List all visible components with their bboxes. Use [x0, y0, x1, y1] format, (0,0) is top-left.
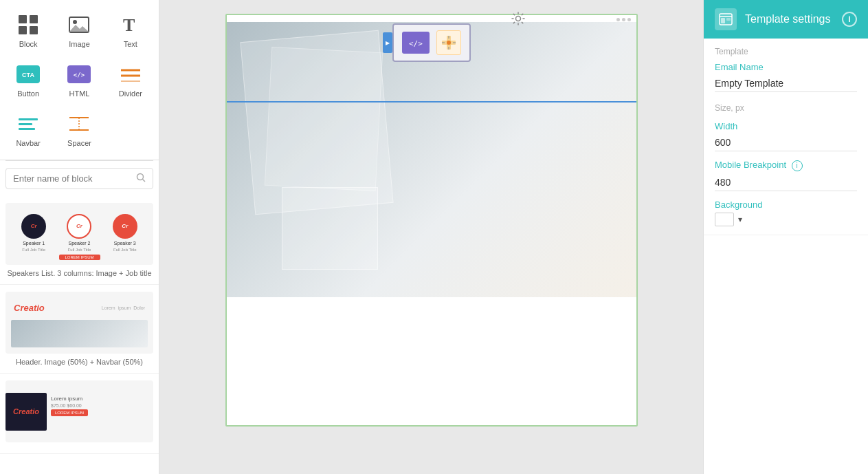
panel-title: Template settings	[745, 13, 834, 25]
navbar-label: Navbar	[16, 139, 40, 147]
speakers-preview: Cr Speaker 1 Full Job Title Cr Speaker 2…	[5, 203, 153, 265]
image-label: Image	[69, 40, 90, 48]
template-section-label: Template	[715, 47, 857, 56]
text-component[interactable]: T Text	[105, 6, 156, 55]
svg-rect-15	[19, 123, 32, 125]
block-label: Block	[19, 40, 38, 48]
svg-rect-14	[19, 118, 38, 120]
canvas-content	[227, 22, 636, 297]
html-icon: </>	[67, 62, 91, 87]
search-icon	[136, 173, 146, 184]
size-section-label: Size, px	[715, 103, 857, 113]
spacer-component[interactable]: Spacer	[54, 105, 104, 154]
text-icon: T	[118, 12, 143, 37]
svg-line-21	[143, 180, 146, 182]
svg-rect-0	[19, 15, 27, 23]
svg-text:</>: </>	[74, 72, 85, 78]
text-label: Text	[124, 40, 137, 48]
email-name-input[interactable]	[715, 75, 857, 92]
image-component[interactable]: Image	[54, 6, 104, 55]
inner-box	[282, 187, 378, 270]
email-name-label: Email Name	[715, 62, 857, 72]
mobile-breakpoint-input[interactable]	[715, 174, 857, 191]
svg-rect-16	[19, 128, 35, 130]
spacer-icon	[67, 111, 91, 136]
width-input[interactable]	[715, 134, 857, 151]
header-preview: Creatio Lorem ipsum Dolor	[5, 292, 153, 354]
svg-rect-1	[30, 15, 38, 23]
background-label: Background	[715, 200, 857, 210]
block-list: Cr Speaker 1 Full Job Title Cr Speaker 2…	[0, 196, 159, 474]
right-panel: Template settings i Template Email Name …	[703, 0, 868, 474]
template-section: Template Email Name Size, px Width Mobil…	[704, 39, 868, 235]
sidebar-divider	[5, 160, 153, 161]
left-sidebar: Block Image T Text	[0, 0, 159, 474]
image-icon	[67, 12, 91, 37]
width-label: Width	[715, 121, 857, 131]
template-settings-icon	[719, 13, 733, 25]
html-block-icon: </>	[402, 32, 430, 54]
main-canvas: </>	[159, 0, 703, 474]
list-item[interactable]: Creatio Lorem ipsum $75.00 $60.00 LOREM …	[0, 374, 159, 454]
svg-point-26	[447, 41, 451, 45]
html-component[interactable]: </> HTML	[54, 55, 104, 105]
color-swatch[interactable]	[715, 213, 734, 226]
button-icon: CTA	[16, 62, 41, 87]
panel-header: Template settings i	[704, 0, 868, 39]
move-icon[interactable]	[436, 30, 461, 55]
info-icon[interactable]: i	[842, 12, 857, 27]
mobile-breakpoint-label: Mobile Breakpoint i	[715, 160, 857, 171]
panel-header-icon	[715, 8, 737, 30]
search-input[interactable]	[13, 173, 136, 184]
list-item[interactable]: Creatio Lorem ipsum Dolor Header. Image …	[0, 285, 159, 374]
svg-point-20	[137, 174, 144, 180]
search-container[interactable]	[5, 168, 153, 189]
component-grid: Block Image T Text	[0, 0, 159, 160]
background-color-picker[interactable]: ▾	[715, 213, 857, 226]
mobile-info-icon[interactable]: i	[792, 160, 803, 171]
selection-line	[227, 101, 636, 103]
svg-rect-2	[19, 26, 27, 34]
html-label: HTML	[69, 89, 90, 98]
divider-icon	[118, 62, 143, 87]
svg-text:T: T	[123, 15, 135, 35]
block-component[interactable]: Block	[3, 6, 54, 55]
svg-rect-33	[721, 18, 725, 23]
button-component[interactable]: CTA Button	[3, 55, 54, 105]
block-icon	[16, 12, 41, 37]
product-preview: Creatio Lorem ipsum $75.00 $60.00 LOREM …	[5, 380, 153, 442]
email-frame: </>	[225, 14, 638, 427]
svg-rect-3	[30, 26, 38, 34]
svg-text:CTA: CTA	[22, 72, 34, 78]
block-widget[interactable]: </>	[392, 23, 471, 62]
svg-rect-34	[726, 18, 731, 21]
svg-point-5	[73, 20, 77, 24]
navbar-icon	[16, 111, 41, 136]
divider-component[interactable]: Divider	[105, 55, 156, 105]
color-dropdown-arrow[interactable]: ▾	[738, 215, 742, 224]
header-block-label: Header. Image (50%) + Navbar (50%)	[5, 358, 153, 366]
canvas-area: </>	[219, 14, 645, 427]
speakers-block-label: Speakers List. 3 columns: Image + Job ti…	[5, 269, 153, 277]
navbar-component[interactable]: Navbar	[3, 105, 54, 154]
crosshair-icon	[441, 35, 456, 50]
drag-handle-left[interactable]	[383, 32, 392, 53]
divider-label: Divider	[119, 89, 142, 98]
spacer-label: Spacer	[67, 139, 91, 147]
svg-text:</>: </>	[409, 39, 423, 48]
list-item[interactable]: Cr Speaker 1 Full Job Title Cr Speaker 2…	[0, 196, 159, 285]
button-label: Button	[17, 89, 39, 98]
